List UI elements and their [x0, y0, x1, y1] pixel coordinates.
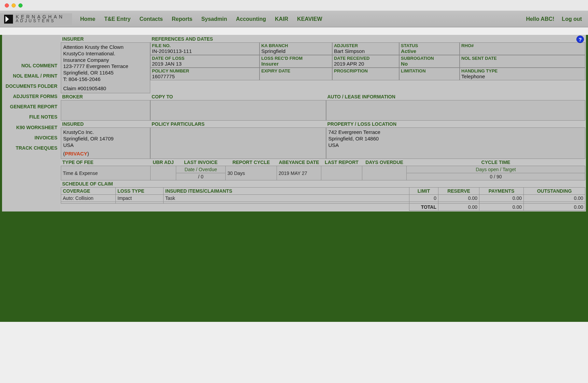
val-abeyance: 2019 MAY 27: [277, 166, 321, 180]
cell-loss-recd-from: LOSS REC'D FROM Insurer: [260, 55, 332, 68]
col-coverage: COVERAGE: [61, 188, 116, 195]
cell-rho: RHO#: [460, 42, 585, 55]
window-max-icon[interactable]: [18, 3, 23, 8]
val-last-report: [321, 166, 362, 180]
lbl-ubr-adj: UBR ADJ: [151, 159, 176, 166]
sidebar-track-cheques[interactable]: TRACK CHEQUES: [16, 145, 57, 151]
header-insured: INSURED: [61, 121, 150, 127]
sidebar-k90-worksheet[interactable]: K90 WORKSHEET: [16, 125, 57, 130]
table-row[interactable]: Auto: Collision Impact Task 0 0.00 0.00 …: [61, 195, 585, 202]
total-outstanding: 0.00: [524, 204, 585, 211]
sidebar-documents-folder[interactable]: DOCUMENTS FOLDER: [5, 83, 57, 89]
sidebar-invoices[interactable]: INVOICES: [34, 135, 57, 140]
brand-text: KERNAGHAN ADJUSTERS: [16, 15, 65, 23]
col-reserve: RESERVE: [438, 188, 479, 195]
header-property-loss: PROPERTY / LOSS LOCATION: [326, 121, 586, 127]
header-policy-particulars: POLICY PARTICULARS: [150, 121, 326, 127]
nav-te-entry[interactable]: T&E Entry: [104, 16, 130, 22]
nav-sysadmin[interactable]: Sysadmin: [201, 16, 227, 22]
cell-broker: [61, 100, 150, 121]
header-broker: BROKER: [61, 93, 150, 100]
col-outstanding: OUTSTANDING: [524, 188, 585, 195]
user-area: Hello ABC! Log out: [526, 16, 582, 22]
insurer-box: Attention Krusty the Clown KrustyCo Inte…: [61, 42, 150, 93]
val-type-of-fee: Time & Expense: [61, 166, 151, 180]
green-frame: NOL COMMENT NOL EMAIL / PRINT DOCUMENTS …: [0, 35, 588, 322]
nav-accounting[interactable]: Accounting: [236, 16, 266, 22]
val-days-overdue: [362, 166, 407, 180]
lbl-last-report: LAST REPORT: [321, 159, 362, 166]
lbl-cycle-time: CYCLE TIME: [407, 159, 585, 166]
lbl-last-invoice: LAST INVOICE: [176, 159, 226, 166]
cell-nol-sent-date: NOL SENT DATE: [460, 55, 585, 68]
cell-auto-lease: [326, 100, 586, 121]
cell-adjuster: ADJUSTER Bart Simpson: [332, 42, 399, 55]
cell-handling-type: HANDLING TYPE Telephone: [460, 68, 585, 80]
cell-expiry-date: EXPIRY DATE: [260, 68, 332, 80]
col-insured-items: INSURED ITEMS/CLAIMANTS: [164, 188, 409, 195]
header-insurer: INSURER: [61, 36, 150, 42]
logout-link[interactable]: Log out: [562, 16, 582, 22]
worksurface: NOL COMMENT NOL EMAIL / PRINT DOCUMENTS …: [2, 35, 586, 211]
cell-property-loss: 742 Evergreen Terrace Springfield, OR 14…: [326, 127, 586, 159]
brand-logo-icon: [4, 15, 13, 24]
lbl-days-overdue: DAYS OVERDUE: [362, 159, 407, 166]
val-cycle-time-sublabel: Days open / Target: [407, 166, 585, 173]
cell-limitation: LIMITATION: [399, 68, 460, 80]
col-limit: LIMIT: [409, 188, 438, 195]
sidebar-file-notes[interactable]: FILE NOTES: [29, 114, 57, 120]
table-total-row: TOTAL 0.00 0.00 0.00: [61, 204, 585, 211]
header-schedule: SCHEDULE OF CLAIM: [61, 180, 585, 187]
total-payments: 0.00: [479, 204, 524, 211]
cell-policy-number: POLICY NUMBER 16077775: [150, 68, 260, 80]
schedule-table: COVERAGE LOSS TYPE INSURED ITEMS/CLAIMAN…: [61, 187, 585, 211]
sidebar-nol-comment[interactable]: NOL COMMENT: [21, 63, 57, 68]
nav-keaview[interactable]: KEAVIEW: [297, 16, 322, 22]
cell-insured: KrustyCo Inc. Springfield, OR 14709 USA …: [61, 127, 150, 159]
window-chrome: [0, 0, 588, 11]
val-last-invoice-sublabel: Date / Overdue: [176, 166, 226, 173]
cell-ka-branch: KA BRANCH Springfield: [260, 42, 332, 55]
window-close-icon[interactable]: [5, 3, 9, 8]
nav-home[interactable]: Home: [80, 16, 95, 22]
col-payments: PAYMENTS: [479, 188, 524, 195]
nav-reports[interactable]: Reports: [172, 16, 192, 22]
col-loss-type: LOSS TYPE: [116, 188, 164, 195]
lbl-abeyance: ABEYANCE DATE: [277, 159, 321, 166]
lbl-type-of-fee: TYPE OF FEE: [61, 159, 151, 166]
total-reserve: 0.00: [438, 204, 479, 211]
sidebar: NOL COMMENT NOL EMAIL / PRINT DOCUMENTS …: [2, 35, 60, 211]
brand: KERNAGHAN ADJUSTERS: [0, 13, 72, 25]
sidebar-generate-report[interactable]: GENERATE REPORT: [10, 104, 57, 109]
val-ubr-adj: [151, 166, 176, 180]
metrics-table: TYPE OF FEE UBR ADJ LAST INVOICE REPORT …: [61, 159, 585, 180]
window-min-icon[interactable]: [12, 3, 16, 8]
val-report-cycle: 30 Days: [226, 166, 277, 180]
nav-contacts[interactable]: Contacts: [139, 16, 163, 22]
lbl-report-cycle: REPORT CYCLE: [226, 159, 277, 166]
cell-subrogation: SUBROGATION No: [399, 55, 460, 68]
sidebar-adjuster-forms[interactable]: ADJUSTER FORMS: [13, 94, 57, 99]
cell-status: STATUS Active: [399, 42, 460, 55]
cell-file-no: FILE NO. IN-20190113-111: [150, 42, 260, 55]
cell-date-of-loss: DATE OF LOSS 2019 JAN 13: [150, 55, 260, 68]
nav-links: Home T&E Entry Contacts Reports Sysadmin…: [80, 16, 322, 22]
sidebar-nol-email-print[interactable]: NOL EMAIL / PRINT: [13, 73, 57, 79]
val-last-invoice-dateoverdue: / 0: [176, 173, 226, 180]
val-cycle-time-val: 0 / 90: [407, 173, 585, 180]
help-icon[interactable]: ?: [576, 36, 584, 43]
cell-date-received: DATE RECEIVED 2019 APR 20: [332, 55, 399, 68]
total-label: TOTAL: [409, 204, 438, 211]
header-auto-lease: AUTO / LEASE INFORMATION: [326, 93, 586, 100]
cell-copy-to: [150, 100, 326, 121]
hello-user: Hello ABC!: [526, 16, 554, 22]
topbar: KERNAGHAN ADJUSTERS Home T&E Entry Conta…: [0, 11, 588, 27]
header-copy-to: COPY TO: [150, 93, 326, 100]
cell-policy-particulars: [150, 127, 326, 159]
content: ? INSURER REFERENCES AND DATES Attention…: [60, 35, 586, 211]
privacy-link[interactable]: (PRIVACY): [63, 151, 89, 156]
header-refs-dates: REFERENCES AND DATES: [150, 36, 214, 42]
nav-kair[interactable]: KAIR: [275, 16, 288, 22]
cell-proscription: PROSCRIPTION: [332, 68, 399, 80]
